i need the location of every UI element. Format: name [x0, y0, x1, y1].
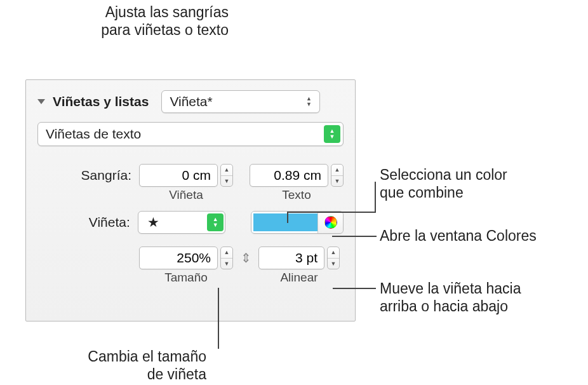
callout-indent: Ajusta las sangrías para viñetas o texto: [70, 4, 229, 39]
text-indent-stepper[interactable]: ▲▼: [250, 164, 344, 187]
bullet-type-value: Viñetas de texto: [46, 126, 141, 142]
list-style-select[interactable]: Viñeta* ▲▼: [161, 90, 320, 113]
chevron-up-down-icon: ▲▼: [207, 213, 224, 231]
chevron-down-icon[interactable]: ▼: [328, 259, 339, 269]
bullet-indent-caption: Viñeta: [139, 188, 233, 202]
disclosure-triangle-icon[interactable]: [37, 99, 45, 104]
chevron-down-icon[interactable]: ▼: [221, 176, 232, 187]
callout-color-picker: Abre la ventana Colores: [380, 227, 537, 245]
bullet-size-input[interactable]: [139, 247, 218, 269]
callout-text: Ajusta las sangrías: [105, 4, 229, 20]
callout-leader: [287, 212, 376, 213]
section-title: Viñetas y listas: [53, 94, 149, 109]
callout-leader: [287, 212, 288, 223]
text-indent-input[interactable]: [250, 164, 328, 187]
callout-color: Selecciona un color que combine: [380, 166, 507, 201]
bullet-size-caption: Tamaño: [139, 271, 233, 285]
list-style-value: Viñeta*: [170, 94, 212, 109]
chevron-up-icon[interactable]: ▲: [331, 165, 343, 176]
bullet-size-stepper[interactable]: ▲▼: [139, 247, 233, 269]
callout-align: Mueve la viñeta hacia arriba o hacia aba…: [380, 280, 521, 315]
callout-leader: [333, 288, 376, 289]
callout-text: arriba o hacia abajo: [380, 298, 508, 314]
color-wheel-icon: [324, 216, 337, 229]
chevron-up-icon[interactable]: ▲: [221, 247, 232, 259]
stepper-buttons[interactable]: ▲▼: [220, 247, 233, 269]
text-indent-caption: Texto: [250, 188, 344, 202]
bullet-align-input[interactable]: [258, 247, 324, 269]
stepper-buttons[interactable]: ▲▼: [327, 247, 340, 269]
callout-text: Mueve la viñeta hacia: [380, 280, 521, 297]
bullet-label: Viñeta:: [37, 215, 130, 230]
callout-text: Abre la ventana Colores: [380, 227, 537, 244]
vertical-align-icon: ⇕: [238, 250, 253, 266]
chevron-up-down-icon: ▲▼: [303, 97, 314, 107]
bullet-indent-input[interactable]: [139, 164, 218, 187]
bullet-indent-stepper[interactable]: ▲▼: [139, 164, 233, 187]
chevron-up-icon[interactable]: ▲: [221, 165, 232, 176]
callout-leader: [218, 288, 219, 349]
callout-text: que combine: [380, 184, 464, 201]
indent-label: Sangría:: [37, 164, 131, 183]
stepper-buttons[interactable]: ▲▼: [331, 164, 344, 187]
color-picker-button[interactable]: [317, 212, 343, 233]
chevron-down-icon[interactable]: ▼: [331, 176, 343, 187]
callout-leader: [375, 182, 376, 213]
star-icon: ★: [147, 215, 159, 230]
color-control: [251, 211, 344, 234]
callout-leader: [332, 236, 377, 237]
callout-size: Cambia el tamaño de viñeta: [51, 348, 206, 383]
bullet-character-select[interactable]: ★ ▲▼: [138, 211, 225, 234]
bullet-align-stepper[interactable]: ▲▼: [258, 247, 340, 269]
bullet-align-caption: Alinear: [258, 271, 340, 285]
callout-text: Cambia el tamaño: [88, 348, 206, 365]
chevron-up-down-icon: ▲▼: [324, 125, 340, 143]
bullets-lists-panel: Viñetas y listas Viñeta* ▲▼ Viñetas de t…: [25, 79, 356, 321]
callout-text: de viñeta: [147, 366, 206, 382]
color-swatch[interactable]: [251, 212, 317, 233]
callout-text: para viñetas o texto: [101, 22, 229, 38]
bullet-type-select[interactable]: Viñetas de texto ▲▼: [37, 122, 344, 146]
chevron-up-icon[interactable]: ▲: [328, 247, 339, 259]
chevron-down-icon[interactable]: ▼: [221, 259, 232, 269]
stepper-buttons[interactable]: ▲▼: [220, 164, 233, 187]
callout-text: Selecciona un color: [380, 166, 507, 183]
